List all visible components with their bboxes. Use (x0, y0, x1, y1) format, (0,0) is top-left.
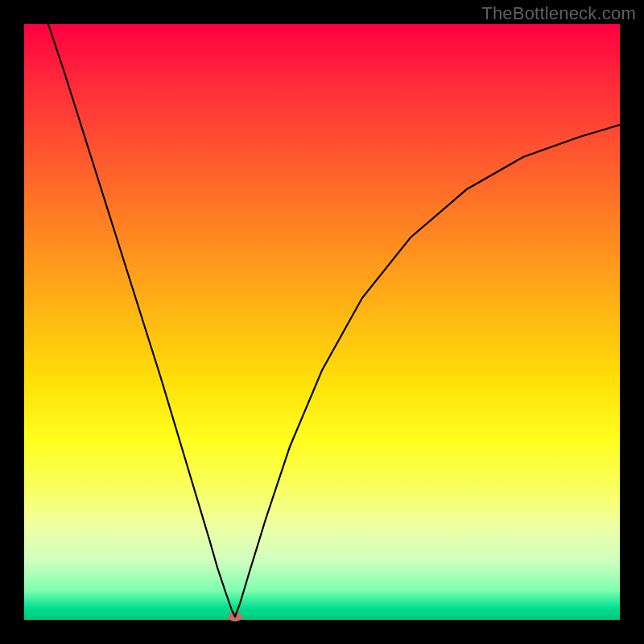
chart-plot-area (24, 24, 620, 620)
bottleneck-curve (24, 24, 620, 620)
watermark-text: TheBottleneck.com (481, 3, 636, 24)
curve-right-branch (235, 125, 620, 617)
curve-left-branch (48, 24, 235, 617)
